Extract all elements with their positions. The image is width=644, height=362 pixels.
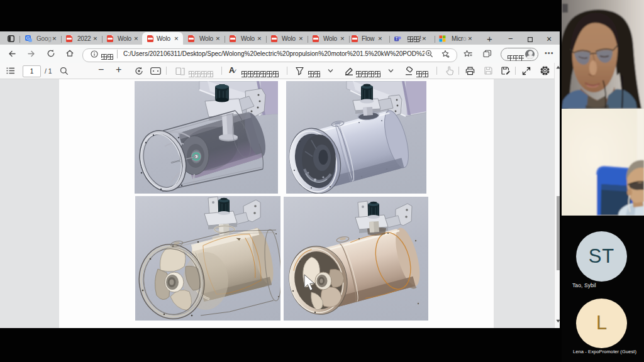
svg-text:T: T — [396, 36, 398, 41]
